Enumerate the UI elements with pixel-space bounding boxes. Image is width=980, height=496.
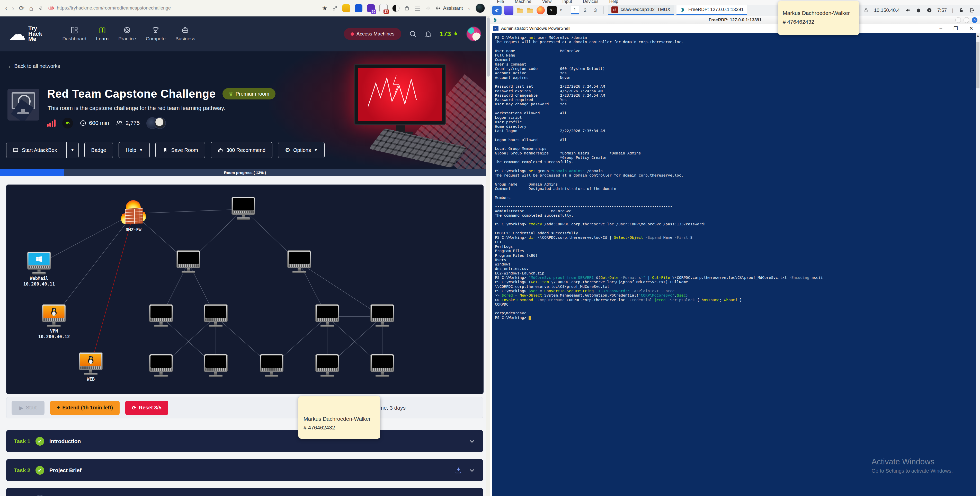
reload-icon[interactable]: ⟳ xyxy=(19,5,24,11)
chevron-down-icon[interactable] xyxy=(469,467,475,474)
search-icon[interactable] xyxy=(409,30,417,38)
nav-item-business[interactable]: Business xyxy=(175,26,195,42)
sticky-note[interactable]: Markus Dachroeden-Walker # 476462432 xyxy=(298,396,380,439)
vpn-lock-icon[interactable] xyxy=(863,8,869,13)
diagram-node-fw[interactable]: DMZ-FW xyxy=(121,201,146,233)
task-1-header[interactable]: Task 1 ✓ Introduction xyxy=(6,430,483,452)
volume-icon[interactable] xyxy=(905,8,910,13)
ps-close-button[interactable]: ✕ xyxy=(969,25,973,31)
diagram-node-m1[interactable] xyxy=(232,197,255,220)
vm-menu-devices[interactable]: Devices xyxy=(583,0,598,3)
power-manager-icon[interactable] xyxy=(926,8,932,13)
logout-icon[interactable] xyxy=(969,8,975,13)
network-reset-button[interactable]: ⟳Reset 3/5 xyxy=(125,401,168,415)
save-room-button[interactable]: Save Room xyxy=(155,142,205,158)
badge-button[interactable]: Badge xyxy=(84,142,113,158)
nav-item-practice[interactable]: Practice xyxy=(118,26,136,42)
folder-icon[interactable] xyxy=(516,6,524,14)
diagram-node-m2[interactable] xyxy=(177,250,200,273)
menu-icon[interactable]: ☰ xyxy=(414,5,420,11)
diagram-node-m7[interactable] xyxy=(371,304,394,327)
vm-menu-input[interactable]: Input xyxy=(562,0,572,3)
share-icon[interactable] xyxy=(404,5,410,11)
waveform-icon[interactable] xyxy=(425,5,431,11)
notifications-icon[interactable] xyxy=(916,8,921,13)
workspace-2[interactable]: 2 xyxy=(581,6,589,14)
back-link[interactable]: ← Back to all networks xyxy=(8,63,60,69)
diagram-node-m9[interactable] xyxy=(204,354,228,377)
diagram-node-m12[interactable] xyxy=(371,354,394,377)
nav-item-dashboard[interactable]: Dashboard xyxy=(62,26,86,42)
diagram-node-webmail[interactable]: WebMail10.200.40.11 xyxy=(24,252,55,287)
browser-scrollbar[interactable] xyxy=(486,16,490,496)
nav-item-learn[interactable]: Learn xyxy=(96,26,109,42)
back-icon[interactable]: ‹ xyxy=(5,5,8,11)
address-bar[interactable]: 010 https://tryhackme.com/room/redteamca… xyxy=(48,5,213,11)
tray-clock[interactable]: 7:57 xyxy=(937,8,947,13)
rdp-maximize-button[interactable] xyxy=(964,17,969,23)
vm-menu-help[interactable]: Help xyxy=(609,0,618,3)
diagram-node-m5[interactable] xyxy=(204,304,228,327)
home-icon[interactable]: ⌂ xyxy=(29,5,33,11)
mic-icon[interactable] xyxy=(38,5,43,11)
rdp-close-button[interactable]: ✕ xyxy=(972,17,977,23)
recommend-button[interactable]: 300 Recommend xyxy=(211,142,272,158)
terminal-icon[interactable]: $_ xyxy=(547,6,557,15)
assistant-button[interactable]: Assistant xyxy=(436,5,463,11)
taskbar-item-freerdp[interactable]: FreeRDP: 127.0.0.1:13391 xyxy=(676,5,747,15)
extension-blue-icon[interactable] xyxy=(355,4,363,12)
vm-menu-file[interactable]: File xyxy=(497,0,504,3)
copy-link-icon[interactable] xyxy=(332,5,338,11)
diagram-node-m6[interactable] xyxy=(315,304,339,327)
scrollbar-up-arrow[interactable]: ▲ xyxy=(976,33,980,38)
darkmode-extension-icon[interactable] xyxy=(392,5,399,12)
bookmark-star-icon[interactable]: ★ xyxy=(322,5,328,12)
ps-minimize-button[interactable]: – xyxy=(939,25,942,31)
firefox-icon[interactable] xyxy=(536,6,545,14)
toolbar-chevron-icon[interactable]: ⌄ xyxy=(468,6,471,10)
streak-counter[interactable]: 173 xyxy=(440,30,459,38)
download-icon[interactable] xyxy=(455,467,462,474)
powershell-terminal[interactable]: PS C:\Working> net user MdCoreSvc /domai… xyxy=(492,33,976,496)
task-2-header[interactable]: Task 2 ✓ Project Brief xyxy=(6,459,483,481)
workspace-3[interactable]: 3 xyxy=(592,6,599,14)
chevron-down-icon[interactable] xyxy=(469,438,475,445)
start-attackbox-caret[interactable]: ▼ xyxy=(66,142,78,158)
taskbar-chevron-icon[interactable]: ▼ xyxy=(559,8,563,12)
sticky-note[interactable]: Markus Dachroeden-Walker # 476462432 xyxy=(778,1,859,35)
browser-profile-avatar[interactable] xyxy=(476,3,485,13)
diagram-node-m3[interactable] xyxy=(287,250,311,273)
extension-k-icon[interactable]: 23 xyxy=(379,4,388,12)
extension-key-icon[interactable] xyxy=(342,4,350,12)
app-launcher-icon[interactable] xyxy=(504,6,514,15)
scrollbar-thumb[interactable] xyxy=(977,42,980,89)
diagram-node-m8[interactable] xyxy=(149,354,173,377)
workspace-1[interactable]: 1 xyxy=(571,6,579,14)
freerdp-titlebar[interactable]: FreeRDP: 127.0.0.1:13391 ✕ xyxy=(490,16,980,24)
task-3-header[interactable]: Task 3 Flag Submission Panel xyxy=(6,488,483,496)
forward-icon[interactable]: › xyxy=(12,5,14,11)
vm-menu-view[interactable]: View xyxy=(542,0,552,3)
diagram-node-m11[interactable] xyxy=(315,354,339,377)
vm-menu-machine[interactable]: Machine xyxy=(515,0,531,3)
network-extend-button[interactable]: +Extend (1h 1min left) xyxy=(50,401,119,415)
access-machines-button[interactable]: Access Machines xyxy=(344,28,401,40)
diagram-node-m4[interactable] xyxy=(149,304,173,327)
diagram-node-m10[interactable] xyxy=(260,354,283,377)
rdp-minimize-button[interactable] xyxy=(955,17,961,23)
terminal-scrollbar[interactable]: ▲ xyxy=(976,33,980,496)
notifications-bell-icon[interactable] xyxy=(425,30,432,38)
options-button[interactable]: ⚙ Options ▼ xyxy=(278,142,325,158)
network-start-button[interactable]: ▶Start xyxy=(11,401,45,415)
lock-screen-icon[interactable] xyxy=(958,8,964,13)
kali-menu-button[interactable] xyxy=(492,6,501,15)
ps-restore-button[interactable]: ❐ xyxy=(953,25,958,31)
diagram-node-web[interactable]: WEB xyxy=(79,352,103,382)
start-attackbox-button[interactable]: Start AttackBox ▼ xyxy=(6,142,79,158)
thm-logo[interactable]: ☁ TryHackMe xyxy=(9,26,43,42)
powershell-titlebar[interactable]: >_ Administrator: Windows PowerShell – ❐… xyxy=(490,24,980,33)
nav-item-compete[interactable]: Compete xyxy=(146,26,165,42)
diagram-node-vpn[interactable]: VPN10.200.40.12 xyxy=(38,304,70,339)
help-button[interactable]: Help▼ xyxy=(119,142,150,158)
folder-icon[interactable] xyxy=(526,6,534,14)
